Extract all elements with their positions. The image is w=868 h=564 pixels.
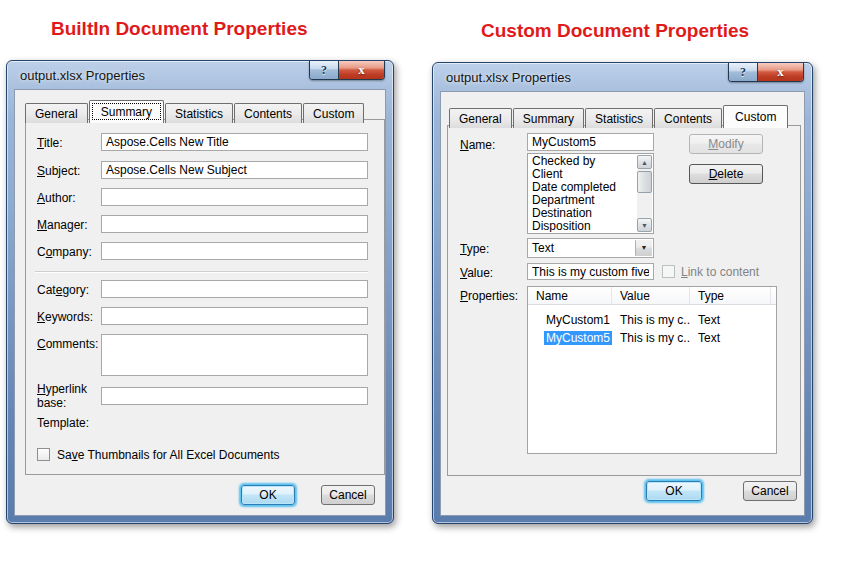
- close-icon[interactable]: x: [757, 63, 803, 81]
- manager-input[interactable]: [101, 215, 368, 233]
- close-icon[interactable]: x: [338, 61, 384, 79]
- comments-label: Comments:: [37, 337, 98, 351]
- cancel-button[interactable]: Cancel: [743, 481, 797, 501]
- tab-general[interactable]: General: [449, 108, 512, 128]
- list-item[interactable]: Disposition: [529, 220, 636, 232]
- scrollbar: ▲ ▼: [637, 155, 652, 232]
- column-header-type[interactable]: Type: [690, 287, 771, 304]
- help-icon[interactable]: ?: [310, 61, 338, 79]
- tab-custom[interactable]: Custom: [303, 103, 364, 123]
- column-header-name[interactable]: Name: [528, 287, 612, 304]
- table-row[interactable]: MyCustom5This is my c...Text: [528, 329, 776, 347]
- category-label: Category:: [37, 283, 89, 297]
- dialog-client: GeneralSummaryStatisticsContentsCustom T…: [14, 89, 386, 516]
- tab-strip: GeneralSummaryStatisticsContentsCustom: [25, 99, 365, 123]
- author-input[interactable]: [101, 188, 368, 206]
- table-header: Name Value Type: [528, 287, 776, 305]
- tab-general[interactable]: General: [25, 103, 88, 123]
- keywords-label: Keywords:: [37, 310, 93, 324]
- chevron-down-icon[interactable]: ▼: [635, 240, 652, 256]
- name-input[interactable]: [527, 133, 654, 151]
- cancel-button[interactable]: Cancel: [321, 485, 375, 505]
- tab-statistics[interactable]: Statistics: [585, 108, 653, 128]
- link-to-content-checkbox[interactable]: [662, 265, 675, 278]
- builtin-properties-dialog: output.xlsx Properties ? x GeneralSummar…: [6, 60, 394, 524]
- scrollbar-down-icon[interactable]: ▼: [637, 218, 652, 232]
- manager-label: Manager:: [37, 218, 88, 232]
- dialog-client: GeneralSummaryStatisticsContentsCustom N…: [440, 91, 805, 516]
- title-label: Title:: [37, 136, 63, 150]
- tab-contents[interactable]: Contents: [234, 103, 302, 123]
- name-list-items: Checked byClientDate completedDepartment…: [529, 154, 636, 232]
- scrollbar-thumb[interactable]: [637, 171, 652, 193]
- hyperlink-base-label: Hyperlink base:: [37, 382, 95, 410]
- tab-statistics[interactable]: Statistics: [165, 103, 233, 123]
- name-label: Name:: [460, 138, 495, 152]
- save-thumbnails-label: Save Thumbnails for All Excel Documents: [57, 448, 280, 462]
- help-icon[interactable]: ?: [729, 63, 757, 81]
- scrollbar-up-icon[interactable]: ▲: [637, 155, 652, 169]
- type-select-value: Text: [532, 241, 554, 255]
- tab-summary[interactable]: Summary: [89, 100, 164, 123]
- title-input[interactable]: [101, 133, 368, 151]
- caption-buttons: ? x: [309, 61, 385, 80]
- value-label: Value:: [460, 266, 493, 280]
- link-to-content-label: Link to content: [681, 265, 759, 279]
- subject-label: Subject:: [37, 164, 80, 178]
- window-title: output.xlsx Properties: [446, 70, 571, 85]
- summary-tab-page: Title: Subject: Author: Manager: Company…: [25, 119, 385, 475]
- properties-label: Properties:: [460, 289, 518, 303]
- page-canvas: BuiltIn Document Properties Custom Docum…: [0, 0, 868, 564]
- author-label: Author:: [37, 191, 76, 205]
- value-input[interactable]: [527, 263, 654, 280]
- builtin-properties-heading: BuiltIn Document Properties: [51, 18, 308, 40]
- type-label: Type:: [460, 242, 489, 256]
- company-input[interactable]: [101, 242, 368, 260]
- list-item[interactable]: Checked by: [529, 154, 636, 168]
- tab-contents[interactable]: Contents: [654, 108, 722, 128]
- company-label: Company:: [37, 245, 92, 259]
- ok-button[interactable]: OK: [241, 485, 295, 505]
- hyperlink-base-input[interactable]: [101, 387, 368, 405]
- separator: [35, 271, 368, 273]
- category-input[interactable]: [101, 280, 368, 298]
- custom-properties-heading: Custom Document Properties: [481, 20, 749, 42]
- caption-buttons: ? x: [728, 63, 804, 82]
- window-title: output.xlsx Properties: [20, 68, 145, 83]
- delete-button[interactable]: Delete: [689, 164, 763, 184]
- comments-textarea[interactable]: [101, 334, 368, 376]
- ok-button[interactable]: OK: [646, 481, 702, 501]
- properties-table: Name Value Type MyCustom1This is my c...…: [527, 286, 777, 454]
- save-thumbnails-checkbox[interactable]: [37, 448, 50, 461]
- custom-properties-dialog: output.xlsx Properties ? x GeneralSummar…: [432, 62, 813, 524]
- table-body: MyCustom1This is my c...TextMyCustom5Thi…: [528, 305, 776, 347]
- tab-summary[interactable]: Summary: [513, 108, 584, 128]
- modify-button[interactable]: Modify: [689, 134, 763, 154]
- keywords-input[interactable]: [101, 307, 368, 325]
- table-row[interactable]: MyCustom1This is my c...Text: [528, 311, 776, 329]
- template-label: Template:: [37, 416, 89, 430]
- tab-custom[interactable]: Custom: [723, 105, 788, 128]
- column-header-value[interactable]: Value: [612, 287, 690, 304]
- name-listbox[interactable]: Checked byClientDate completedDepartment…: [527, 153, 654, 234]
- type-select[interactable]: Text ▼: [527, 238, 654, 258]
- subject-input[interactable]: [101, 161, 368, 179]
- custom-tab-page: Name: Checked byClientDate completedDepa…: [447, 125, 801, 476]
- tab-strip: GeneralSummaryStatisticsContentsCustom: [449, 104, 789, 128]
